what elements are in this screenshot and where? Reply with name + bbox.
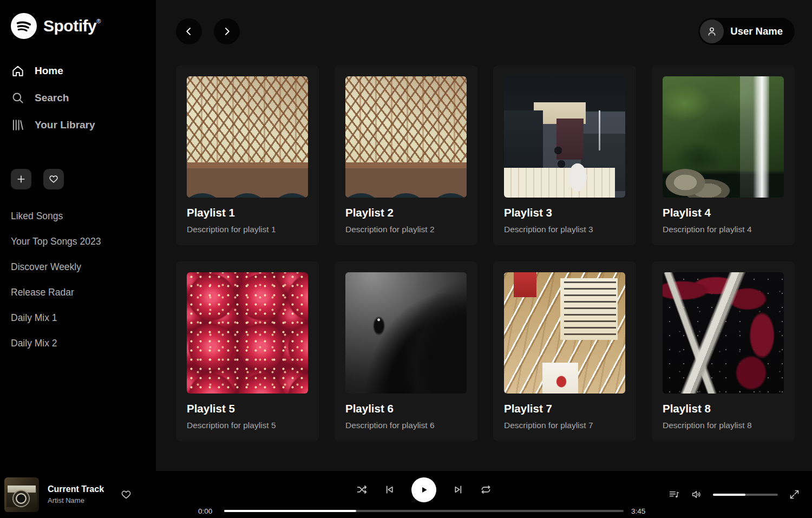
chevron-right-icon: [221, 26, 232, 37]
volume-slider[interactable]: [713, 494, 778, 496]
sidebar: Spotify® Home Search Your Librar: [0, 0, 156, 471]
playlist-title: Playlist 8: [663, 402, 784, 415]
current-time: 0:00: [198, 507, 217, 515]
library-icon: [11, 118, 25, 132]
repeat-icon: [480, 484, 492, 495]
playlist-cover-7: [504, 272, 625, 394]
plus-icon: [16, 174, 27, 185]
fullscreen-icon: [789, 489, 800, 500]
playlist-card-3[interactable]: Playlist 3 Description for playlist 3: [493, 65, 636, 245]
sidebar-actions: [11, 169, 145, 189]
playback-controls: [356, 477, 492, 502]
player-right-controls: [654, 489, 800, 500]
previous-track-button[interactable]: [384, 484, 395, 495]
user-menu-button[interactable]: User Name: [698, 18, 795, 45]
playlist-card-5[interactable]: Playlist 5 Description for playlist 5: [176, 261, 319, 441]
playlist-card-2[interactable]: Playlist 2 Description for playlist 2: [335, 65, 477, 245]
total-time: 3:45: [631, 507, 650, 515]
playlist-card-6[interactable]: Playlist 6 Description for playlist 6: [335, 261, 477, 441]
playlist-card-1[interactable]: Playlist 1 Description for playlist 1: [176, 65, 319, 245]
volume-icon: [691, 489, 702, 500]
sidebar-playlist-list: Liked Songs Your Top Songs 2023 Discover…: [11, 204, 145, 356]
queue-button[interactable]: [669, 489, 680, 500]
next-icon: [453, 484, 464, 495]
playlist-description: Description for playlist 1: [187, 225, 308, 234]
progress-fill: [224, 510, 356, 512]
playlist-cover-5: [187, 272, 308, 394]
playlist-title: Playlist 7: [504, 402, 625, 415]
playlist-cover-6: [345, 272, 467, 394]
chevron-left-icon: [184, 26, 194, 37]
now-playing-art: [4, 477, 39, 512]
playlist-description: Description for playlist 8: [663, 421, 784, 430]
topbar: User Name: [176, 18, 795, 45]
liked-songs-button[interactable]: [43, 169, 64, 189]
play-icon: [419, 485, 429, 495]
playlist-title: Playlist 4: [663, 206, 784, 219]
forward-button[interactable]: [214, 18, 240, 44]
sidebar-playlist-your-top-songs[interactable]: Your Top Songs 2023: [11, 229, 145, 254]
shuffle-button[interactable]: [356, 484, 368, 495]
playlist-description: Description for playlist 6: [345, 421, 467, 430]
brand-name: Spotify: [43, 17, 96, 35]
playlist-description: Description for playlist 2: [345, 225, 467, 234]
app-window: Spotify® Home Search Your Librar: [0, 0, 812, 518]
repeat-button[interactable]: [480, 484, 492, 495]
sidebar-item-search[interactable]: Search: [11, 84, 145, 112]
nav-label: Your Library: [35, 119, 95, 131]
history-buttons: [176, 18, 240, 44]
sidebar-playlist-discover-weekly[interactable]: Discover Weekly: [11, 254, 145, 280]
play-button[interactable]: [411, 477, 436, 502]
nav-label: Home: [35, 65, 63, 77]
home-icon: [11, 64, 25, 78]
queue-icon: [669, 489, 680, 500]
fullscreen-button[interactable]: [789, 489, 800, 500]
playlist-title: Playlist 2: [345, 206, 467, 219]
progress-section: 0:00 3:45: [194, 507, 654, 515]
user-name-label: User Name: [730, 25, 783, 37]
heart-icon: [120, 489, 132, 501]
spotify-logo-icon: [11, 13, 37, 39]
sidebar-playlist-daily-mix-1[interactable]: Daily Mix 1: [11, 305, 145, 331]
track-artist: Artist Name: [48, 496, 104, 504]
spotify-logo: Spotify®: [11, 13, 145, 39]
now-playing: Current Track Artist Name: [4, 477, 194, 512]
playlist-cover-8: [663, 272, 784, 394]
playlist-title: Playlist 6: [345, 402, 467, 415]
playlist-title: Playlist 3: [504, 206, 625, 219]
playlist-cover-3: [504, 76, 625, 198]
heart-icon: [48, 174, 59, 185]
playlist-description: Description for playlist 3: [504, 225, 625, 234]
like-track-button[interactable]: [120, 489, 132, 501]
playlist-card-8[interactable]: Playlist 8 Description for playlist 8: [652, 261, 795, 441]
volume-button[interactable]: [691, 489, 702, 500]
track-info: Current Track Artist Name: [48, 484, 104, 504]
nav-label: Search: [35, 92, 69, 104]
playlist-card-7[interactable]: Playlist 7 Description for playlist 7: [493, 261, 636, 441]
playlist-description: Description for playlist 7: [504, 421, 625, 430]
sidebar-item-your-library[interactable]: Your Library: [11, 112, 145, 139]
primary-nav: Home Search Your Library: [11, 57, 145, 139]
sidebar-playlist-liked-songs[interactable]: Liked Songs: [11, 204, 145, 229]
playlist-title: Playlist 5: [187, 402, 308, 415]
back-button[interactable]: [176, 18, 202, 44]
playlist-description: Description for playlist 5: [187, 421, 308, 430]
playlist-cover-2: [345, 76, 467, 198]
player-bar: Current Track Artist Name: [0, 471, 812, 518]
sidebar-playlist-daily-mix-2[interactable]: Daily Mix 2: [11, 331, 145, 356]
registered-mark: ®: [96, 18, 101, 24]
avatar: [700, 19, 724, 43]
playlist-title: Playlist 1: [187, 206, 308, 219]
user-icon: [706, 25, 718, 37]
create-playlist-button[interactable]: [11, 169, 31, 189]
sidebar-item-home[interactable]: Home: [11, 57, 145, 84]
playlist-card-4[interactable]: Playlist 4 Description for playlist 4: [652, 65, 795, 245]
next-track-button[interactable]: [453, 484, 464, 495]
playlist-grid: Playlist 1 Description for playlist 1 Pl…: [176, 65, 795, 441]
shuffle-icon: [356, 484, 368, 495]
playlist-cover-4: [663, 76, 784, 198]
main-content: User Name Playlist 1 Description for pla…: [156, 0, 812, 471]
progress-bar[interactable]: [224, 510, 624, 512]
previous-icon: [384, 484, 395, 495]
sidebar-playlist-release-radar[interactable]: Release Radar: [11, 280, 145, 305]
